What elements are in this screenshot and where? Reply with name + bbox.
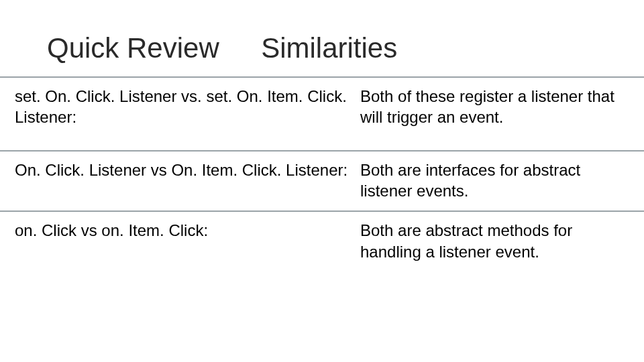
comparison-description: Both are abstract methods for handling a…: [354, 220, 629, 261]
similarity-row: On. Click. Listener vs On. Item. Click. …: [0, 152, 644, 210]
comparison-label: On. Click. Listener vs On. Item. Click. …: [15, 160, 354, 180]
comparison-description: Both are interfaces for abstract listene…: [354, 160, 629, 201]
title-main: Quick Review: [47, 32, 219, 64]
slide: Quick Review Similarities set. On. Click…: [0, 0, 644, 362]
title-row: Quick Review Similarities: [0, 0, 644, 76]
comparison-label: set. On. Click. Listener vs. set. On. It…: [15, 86, 354, 127]
title-sub: Similarities: [261, 32, 397, 64]
similarity-row: set. On. Click. Listener vs. set. On. It…: [0, 78, 644, 150]
similarity-row: on. Click vs on. Item. Click: Both are a…: [0, 212, 644, 271]
content: set. On. Click. Listener vs. set. On. It…: [0, 78, 644, 272]
comparison-description: Both of these register a listener that w…: [354, 86, 629, 127]
comparison-label: on. Click vs on. Item. Click:: [15, 220, 354, 241]
